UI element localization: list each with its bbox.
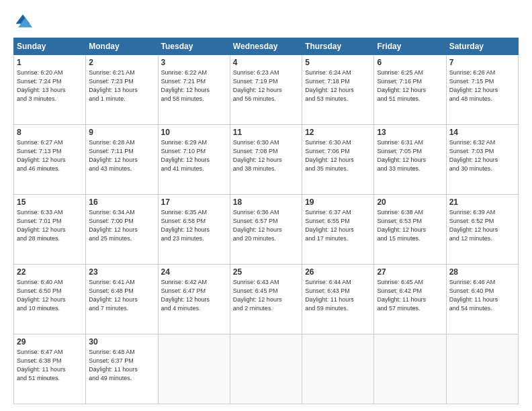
day-info: Sunrise: 6:34 AMSunset: 7:00 PMDaylight:… (89, 208, 154, 243)
calendar-header-cell: Saturday (446, 38, 518, 55)
calendar-header-cell: Monday (86, 38, 158, 55)
calendar-day-cell: 3Sunrise: 6:22 AMSunset: 7:21 PMDaylight… (158, 55, 230, 125)
day-info: Sunrise: 6:30 AMSunset: 7:06 PMDaylight:… (305, 138, 371, 173)
calendar-day-cell: 24Sunrise: 6:42 AMSunset: 6:47 PMDayligh… (158, 265, 230, 334)
calendar-header-row: SundayMondayTuesdayWednesdayThursdayFrid… (14, 38, 519, 55)
day-info: Sunrise: 6:32 AMSunset: 7:03 PMDaylight:… (449, 138, 515, 173)
calendar-header-cell: Tuesday (158, 38, 230, 55)
calendar-body: 1Sunrise: 6:20 AMSunset: 7:24 PMDaylight… (14, 55, 519, 404)
day-number: 23 (89, 267, 154, 277)
calendar-week-row: 15Sunrise: 6:33 AMSunset: 7:01 PMDayligh… (14, 195, 519, 265)
calendar-week-row: 29Sunrise: 6:47 AMSunset: 6:38 PMDayligh… (14, 334, 519, 404)
calendar-week-row: 22Sunrise: 6:40 AMSunset: 6:50 PMDayligh… (14, 265, 519, 334)
day-info: Sunrise: 6:33 AMSunset: 7:01 PMDaylight:… (17, 208, 83, 243)
day-info: Sunrise: 6:45 AMSunset: 6:42 PMDaylight:… (377, 278, 443, 313)
day-info: Sunrise: 6:28 AMSunset: 7:11 PMDaylight:… (89, 138, 154, 173)
calendar-day-cell: 28Sunrise: 6:46 AMSunset: 6:40 PMDayligh… (446, 265, 518, 334)
day-number: 17 (161, 197, 227, 207)
calendar-day-cell: 13Sunrise: 6:31 AMSunset: 7:05 PMDayligh… (374, 125, 446, 195)
calendar-day-cell: 20Sunrise: 6:38 AMSunset: 6:53 PMDayligh… (374, 195, 446, 265)
day-info: Sunrise: 6:20 AMSunset: 7:24 PMDaylight:… (17, 68, 83, 103)
day-number: 28 (449, 267, 515, 277)
calendar-day-cell: 23Sunrise: 6:41 AMSunset: 6:48 PMDayligh… (86, 265, 158, 334)
day-number: 11 (233, 128, 299, 137)
calendar-day-cell: 10Sunrise: 6:29 AMSunset: 7:10 PMDayligh… (158, 125, 230, 195)
day-info: Sunrise: 6:35 AMSunset: 6:58 PMDaylight:… (161, 208, 227, 243)
day-number: 9 (89, 128, 154, 137)
day-number: 7 (449, 58, 515, 67)
day-info: Sunrise: 6:36 AMSunset: 6:57 PMDaylight:… (233, 208, 299, 243)
day-number: 4 (233, 58, 299, 67)
calendar-day-cell: 7Sunrise: 6:26 AMSunset: 7:15 PMDaylight… (446, 55, 518, 125)
calendar-table: SundayMondayTuesdayWednesdayThursdayFrid… (13, 38, 519, 404)
calendar-day-cell: 1Sunrise: 6:20 AMSunset: 7:24 PMDaylight… (14, 55, 86, 125)
calendar-day-cell: 25Sunrise: 6:43 AMSunset: 6:45 PMDayligh… (230, 265, 302, 334)
calendar-day-cell: 18Sunrise: 6:36 AMSunset: 6:57 PMDayligh… (230, 195, 302, 265)
day-number: 16 (89, 197, 154, 207)
day-info: Sunrise: 6:44 AMSunset: 6:43 PMDaylight:… (305, 278, 371, 313)
day-info: Sunrise: 6:42 AMSunset: 6:47 PMDaylight:… (161, 278, 227, 313)
day-number: 26 (305, 267, 371, 277)
day-info: Sunrise: 6:26 AMSunset: 7:15 PMDaylight:… (449, 68, 515, 103)
calendar-day-cell: 16Sunrise: 6:34 AMSunset: 7:00 PMDayligh… (86, 195, 158, 265)
day-number: 13 (377, 128, 443, 137)
day-info: Sunrise: 6:41 AMSunset: 6:48 PMDaylight:… (89, 278, 154, 313)
day-info: Sunrise: 6:37 AMSunset: 6:55 PMDaylight:… (305, 208, 371, 243)
calendar-day-cell: 4Sunrise: 6:23 AMSunset: 7:19 PMDaylight… (230, 55, 302, 125)
day-info: Sunrise: 6:47 AMSunset: 6:38 PMDaylight:… (17, 348, 83, 383)
day-info: Sunrise: 6:29 AMSunset: 7:10 PMDaylight:… (161, 138, 227, 173)
calendar-header-cell: Wednesday (230, 38, 302, 55)
day-info: Sunrise: 6:23 AMSunset: 7:19 PMDaylight:… (233, 68, 299, 103)
calendar-day-cell (374, 334, 446, 404)
day-number: 25 (233, 267, 299, 277)
day-number: 5 (305, 58, 371, 67)
calendar-header-cell: Friday (374, 38, 446, 55)
day-number: 10 (161, 128, 227, 137)
logo (13, 12, 35, 31)
calendar-day-cell: 15Sunrise: 6:33 AMSunset: 7:01 PMDayligh… (14, 195, 86, 265)
day-number: 3 (161, 58, 227, 67)
day-number: 19 (305, 197, 371, 207)
calendar-day-cell (302, 334, 374, 404)
header (13, 12, 519, 31)
calendar-day-cell: 21Sunrise: 6:39 AMSunset: 6:52 PMDayligh… (446, 195, 518, 265)
calendar-day-cell: 6Sunrise: 6:25 AMSunset: 7:16 PMDaylight… (374, 55, 446, 125)
day-number: 14 (449, 128, 515, 137)
calendar-day-cell (158, 334, 230, 404)
calendar-day-cell: 14Sunrise: 6:32 AMSunset: 7:03 PMDayligh… (446, 125, 518, 195)
calendar-day-cell: 26Sunrise: 6:44 AMSunset: 6:43 PMDayligh… (302, 265, 374, 334)
calendar-day-cell: 27Sunrise: 6:45 AMSunset: 6:42 PMDayligh… (374, 265, 446, 334)
calendar-week-row: 1Sunrise: 6:20 AMSunset: 7:24 PMDaylight… (14, 55, 519, 125)
day-info: Sunrise: 6:46 AMSunset: 6:40 PMDaylight:… (449, 278, 515, 313)
page: SundayMondayTuesdayWednesdayThursdayFrid… (0, 0, 532, 411)
day-number: 29 (17, 337, 83, 347)
calendar-day-cell: 11Sunrise: 6:30 AMSunset: 7:08 PMDayligh… (230, 125, 302, 195)
calendar-day-cell: 8Sunrise: 6:27 AMSunset: 7:13 PMDaylight… (14, 125, 86, 195)
calendar-header-cell: Sunday (14, 38, 86, 55)
day-number: 18 (233, 197, 299, 207)
day-number: 21 (449, 197, 515, 207)
calendar-day-cell: 22Sunrise: 6:40 AMSunset: 6:50 PMDayligh… (14, 265, 86, 334)
day-info: Sunrise: 6:27 AMSunset: 7:13 PMDaylight:… (17, 138, 83, 173)
calendar-day-cell (230, 334, 302, 404)
day-info: Sunrise: 6:48 AMSunset: 6:37 PMDaylight:… (89, 348, 154, 383)
calendar-day-cell: 2Sunrise: 6:21 AMSunset: 7:23 PMDaylight… (86, 55, 158, 125)
day-info: Sunrise: 6:31 AMSunset: 7:05 PMDaylight:… (377, 138, 443, 173)
day-number: 8 (17, 128, 83, 137)
day-number: 30 (89, 337, 154, 347)
day-info: Sunrise: 6:30 AMSunset: 7:08 PMDaylight:… (233, 138, 299, 173)
day-number: 27 (377, 267, 443, 277)
day-number: 2 (89, 58, 154, 67)
day-number: 1 (17, 58, 83, 67)
day-number: 6 (377, 58, 443, 67)
calendar-day-cell: 5Sunrise: 6:24 AMSunset: 7:18 PMDaylight… (302, 55, 374, 125)
day-info: Sunrise: 6:38 AMSunset: 6:53 PMDaylight:… (377, 208, 443, 243)
calendar-day-cell: 12Sunrise: 6:30 AMSunset: 7:06 PMDayligh… (302, 125, 374, 195)
day-info: Sunrise: 6:40 AMSunset: 6:50 PMDaylight:… (17, 278, 83, 313)
calendar-week-row: 8Sunrise: 6:27 AMSunset: 7:13 PMDaylight… (14, 125, 519, 195)
day-info: Sunrise: 6:25 AMSunset: 7:16 PMDaylight:… (377, 68, 443, 103)
day-info: Sunrise: 6:43 AMSunset: 6:45 PMDaylight:… (233, 278, 299, 313)
day-number: 22 (17, 267, 83, 277)
calendar-header-cell: Thursday (302, 38, 374, 55)
day-info: Sunrise: 6:21 AMSunset: 7:23 PMDaylight:… (89, 68, 154, 103)
